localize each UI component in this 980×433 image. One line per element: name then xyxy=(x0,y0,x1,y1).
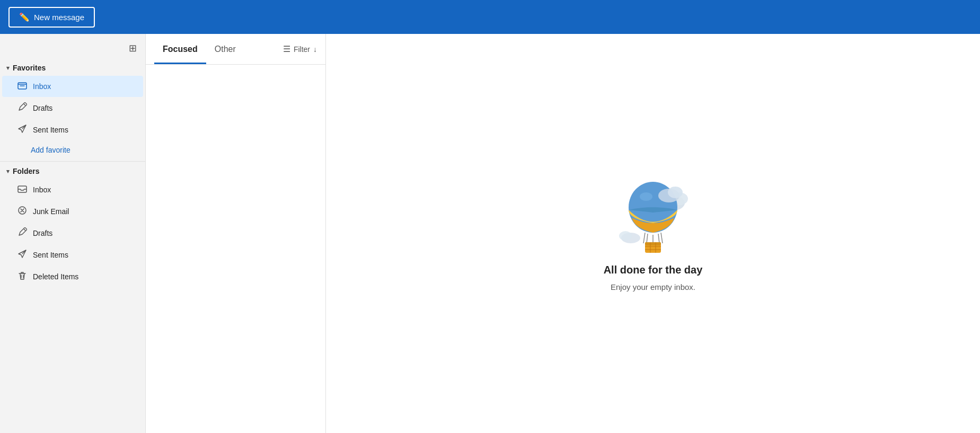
top-bar: ✏️ New message xyxy=(0,0,980,34)
empty-title: All done for the day xyxy=(604,264,703,276)
svg-line-14 xyxy=(647,234,648,243)
balloon-illustration xyxy=(616,175,690,258)
svg-line-13 xyxy=(661,233,663,243)
drafts-fav-label: Drafts xyxy=(33,104,52,112)
add-favorite-link[interactable]: Add favorite xyxy=(0,141,145,159)
sidebar-item-drafts-fav[interactable]: Drafts xyxy=(2,98,143,119)
sidebar-item-junk-folder[interactable]: Junk Email xyxy=(2,201,143,222)
main-layout: ⊞ ▾ Favorites Inbox xyxy=(0,34,980,433)
tab-other-label: Other xyxy=(215,45,236,54)
add-favorite-label: Add favorite xyxy=(31,146,70,154)
sidebar: ⊞ ▾ Favorites Inbox xyxy=(0,34,146,433)
junk-icon xyxy=(17,206,28,217)
sidebar-item-inbox-fav[interactable]: Inbox xyxy=(2,76,143,97)
junk-folder-label: Junk Email xyxy=(33,207,69,216)
sidebar-item-deleted-folder[interactable]: Deleted Items xyxy=(2,266,143,287)
add-pane-button[interactable]: ⊞ xyxy=(127,40,139,56)
folders-header[interactable]: ▾ Folders xyxy=(0,164,145,179)
sent-icon-fav xyxy=(17,124,28,136)
favorites-header[interactable]: ▾ Favorites xyxy=(0,60,145,75)
drafts-folder-label: Drafts xyxy=(33,229,52,237)
inbox-fav-label: Inbox xyxy=(33,82,51,91)
inbox-icon xyxy=(17,81,28,92)
filter-label: Filter xyxy=(294,45,310,54)
sent-folder-label: Sent Items xyxy=(33,251,68,259)
svg-point-8 xyxy=(640,192,652,201)
sidebar-item-drafts-folder[interactable]: Drafts xyxy=(2,223,143,244)
content-area: All done for the day Enjoy your empty in… xyxy=(326,34,980,433)
favorites-chevron-icon: ▾ xyxy=(6,65,10,72)
sidebar-item-sent-folder[interactable]: Sent Items xyxy=(2,244,143,266)
tab-focused[interactable]: Focused xyxy=(154,34,206,64)
tab-focused-label: Focused xyxy=(163,45,198,54)
empty-state: All done for the day Enjoy your empty in… xyxy=(604,175,703,291)
inbox-folder-label: Inbox xyxy=(33,185,51,194)
compose-icon: ✏️ xyxy=(19,12,30,22)
sent-folder-icon xyxy=(17,249,28,261)
empty-subtitle: Enjoy your empty inbox. xyxy=(611,282,695,291)
new-message-label: New message xyxy=(34,13,84,22)
add-pane-area: ⊞ xyxy=(0,38,145,60)
drafts-icon xyxy=(17,102,28,114)
new-message-button[interactable]: ✏️ New message xyxy=(8,7,95,28)
favorites-label: Favorites xyxy=(13,64,46,72)
svg-line-11 xyxy=(643,233,645,243)
deleted-folder-label: Deleted Items xyxy=(33,272,78,281)
svg-line-15 xyxy=(658,234,659,243)
filter-icon: ☰ xyxy=(283,44,290,54)
sidebar-item-sent-fav[interactable]: Sent Items xyxy=(2,119,143,140)
filter-button[interactable]: ☰ Filter ↓ xyxy=(283,40,317,58)
inbox-folder-icon xyxy=(17,184,28,196)
sent-fav-label: Sent Items xyxy=(33,126,68,134)
sort-icon: ↓ xyxy=(313,45,317,54)
tab-other[interactable]: Other xyxy=(206,34,244,64)
deleted-icon xyxy=(17,271,28,282)
svg-point-10 xyxy=(668,187,683,198)
sidebar-divider xyxy=(0,161,145,162)
tabs-header: Focused Other ☰ Filter ↓ xyxy=(146,34,325,65)
folders-chevron-icon: ▾ xyxy=(6,168,10,175)
middle-panel: Focused Other ☰ Filter ↓ xyxy=(146,34,326,433)
folders-label: Folders xyxy=(13,167,40,175)
svg-point-6 xyxy=(619,231,632,241)
sidebar-item-inbox-folder[interactable]: Inbox xyxy=(2,179,143,200)
drafts-folder-icon xyxy=(17,227,28,239)
svg-rect-17 xyxy=(645,242,661,245)
